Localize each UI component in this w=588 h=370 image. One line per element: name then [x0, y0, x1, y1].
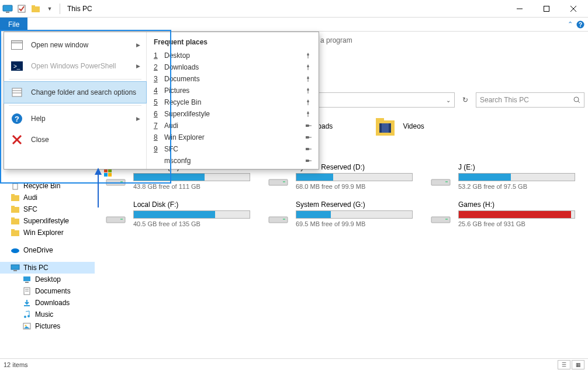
- svg-rect-3: [32, 6, 40, 12]
- nav-desktop-icon: [22, 275, 32, 284]
- nav-recycle-bin-icon: [11, 181, 20, 191]
- frequent-place-item[interactable]: msconfg: [147, 155, 319, 167]
- nav-music[interactable]: Music: [0, 309, 95, 320]
- pin-icon[interactable]: [305, 134, 312, 141]
- svg-rect-45: [11, 229, 15, 231]
- file-menu-item-help[interactable]: ?Help▶: [4, 108, 146, 129]
- drive-free-text: 40.5 GB free of 135 GB: [133, 220, 250, 227]
- pin-icon[interactable]: [305, 122, 312, 129]
- nav-desktop[interactable]: Desktop: [0, 274, 95, 285]
- svg-rect-69: [104, 173, 108, 177]
- minimize-button[interactable]: [506, 0, 533, 18]
- drive-item[interactable]: Local Disk (F:)40.5 GB free of 135 GB: [104, 200, 250, 227]
- drive-item[interactable]: System Reserved (G:)69.5 MB free of 99.9…: [267, 200, 413, 227]
- submenu-arrow-icon: ▶: [136, 42, 140, 48]
- close-button[interactable]: [560, 0, 587, 18]
- nav-documents-icon: [22, 286, 32, 296]
- svg-rect-50: [25, 282, 29, 283]
- frequent-place-item[interactable]: 4Pictures: [147, 85, 319, 96]
- nav-pictures[interactable]: Pictures: [0, 320, 95, 332]
- help-icon[interactable]: ?: [576, 20, 584, 29]
- nav-folder-superxlifestyle[interactable]: Superxlifestyle: [0, 215, 95, 227]
- pin-icon[interactable]: [305, 87, 312, 94]
- nav-folder-win-explorer[interactable]: Win Explorer: [0, 227, 95, 238]
- nav-folder-audi[interactable]: Audi: [0, 192, 95, 203]
- nav-label: Superxlifestyle: [23, 217, 69, 225]
- separator: [9, 105, 141, 106]
- window-title: This PC: [67, 5, 92, 13]
- ribbon-collapse-icon[interactable]: ⌃: [568, 20, 573, 28]
- frequent-label: SFC: [164, 145, 178, 153]
- ribbon-peek-text: a program: [320, 36, 352, 44]
- nav-downloads[interactable]: Downloads: [0, 297, 95, 309]
- svg-rect-72: [120, 181, 123, 182]
- svg-rect-47: [11, 265, 19, 269]
- ribbon-right: ⌃ ?: [568, 18, 588, 31]
- drive-usage-bar: [133, 173, 250, 181]
- nav-pictures-icon: [22, 321, 32, 331]
- refresh-button[interactable]: ↻: [458, 92, 472, 108]
- frequent-place-item[interactable]: 8Win Explorer: [147, 132, 319, 143]
- drive-name: System Reserved (G:): [296, 200, 413, 210]
- nav-onedrive[interactable]: OneDrive: [0, 244, 95, 256]
- frequent-place-item[interactable]: 2Downloads: [147, 61, 319, 73]
- svg-rect-76: [445, 181, 448, 182]
- pin-icon[interactable]: [305, 52, 312, 59]
- maximize-button[interactable]: [533, 0, 560, 18]
- pin-icon[interactable]: [305, 99, 312, 106]
- frequent-place-item[interactable]: 5Recycle Bin: [147, 96, 319, 108]
- pin-icon[interactable]: [305, 75, 312, 82]
- file-menu-item-label: Change folder and search options: [31, 88, 136, 96]
- svg-rect-65: [379, 123, 382, 133]
- drive-usage-bar: [133, 210, 250, 219]
- file-menu-item-options[interactable]: Change folder and search options: [4, 81, 147, 103]
- drive-item[interactable]: J (E:)53.2 GB free of 97.5 GB: [429, 163, 575, 190]
- frequent-place-item[interactable]: 3Documents: [147, 73, 319, 85]
- drive-usage-bar: [458, 210, 575, 219]
- properties-icon[interactable]: [15, 2, 28, 15]
- frequent-place-item[interactable]: 1Desktop: [147, 50, 319, 61]
- svg-rect-1: [6, 12, 9, 13]
- nav-this-pc[interactable]: This PC: [0, 262, 95, 274]
- help-icon: ?: [10, 113, 24, 125]
- svg-rect-78: [120, 219, 123, 220]
- pin-icon[interactable]: [305, 110, 312, 117]
- qat-dropdown-icon[interactable]: ▼: [43, 2, 56, 15]
- frequent-place-item[interactable]: 7Audi: [147, 120, 319, 132]
- folder-videos[interactable]: Videos: [373, 115, 424, 138]
- thispc-icon[interactable]: [1, 2, 14, 15]
- pin-icon[interactable]: [305, 157, 312, 164]
- frequent-index: 9: [154, 145, 160, 153]
- frequent-place-item[interactable]: 6Superxlifestyle: [147, 108, 319, 120]
- file-menu-item-window[interactable]: Open new window▶: [4, 34, 146, 56]
- svg-rect-42: [11, 219, 19, 224]
- drive-icon: [429, 200, 452, 224]
- drive-item[interactable]: Games (H:)25.6 GB free of 931 GB: [429, 200, 575, 227]
- svg-rect-74: [283, 181, 285, 182]
- nav-label: Win Explorer: [23, 229, 64, 237]
- svg-rect-38: [11, 195, 19, 201]
- svg-point-56: [27, 315, 30, 317]
- nav-label: Documents: [35, 287, 71, 295]
- large-icons-view-button[interactable]: ▦: [572, 360, 584, 369]
- svg-line-12: [578, 101, 580, 103]
- file-tab[interactable]: File: [0, 18, 27, 31]
- file-menu-item-label: Close: [31, 136, 49, 144]
- pin-icon[interactable]: [305, 146, 312, 153]
- nav-folder-sfc[interactable]: SFC: [0, 203, 95, 215]
- newfolder-icon[interactable]: [29, 2, 42, 15]
- nav-label: OneDrive: [23, 246, 53, 254]
- quick-access-toolbar: ▼: [1, 2, 63, 15]
- nav-recycle-bin[interactable]: Recycle Bin: [0, 180, 95, 192]
- details-view-button[interactable]: ☰: [558, 360, 570, 369]
- svg-rect-0: [3, 5, 12, 11]
- pin-icon[interactable]: [305, 64, 312, 71]
- nav-onedrive-icon: [11, 245, 20, 255]
- file-menu-item-close[interactable]: Close: [4, 129, 146, 150]
- nav-documents[interactable]: Documents: [0, 285, 95, 297]
- file-tab-label: File: [8, 20, 19, 29]
- frequent-place-item[interactable]: 9SFC: [147, 143, 319, 155]
- search-box[interactable]: Search This PC: [476, 92, 584, 108]
- address-chevron-icon[interactable]: ⌄: [446, 97, 451, 103]
- item-count: 12 items: [4, 361, 28, 368]
